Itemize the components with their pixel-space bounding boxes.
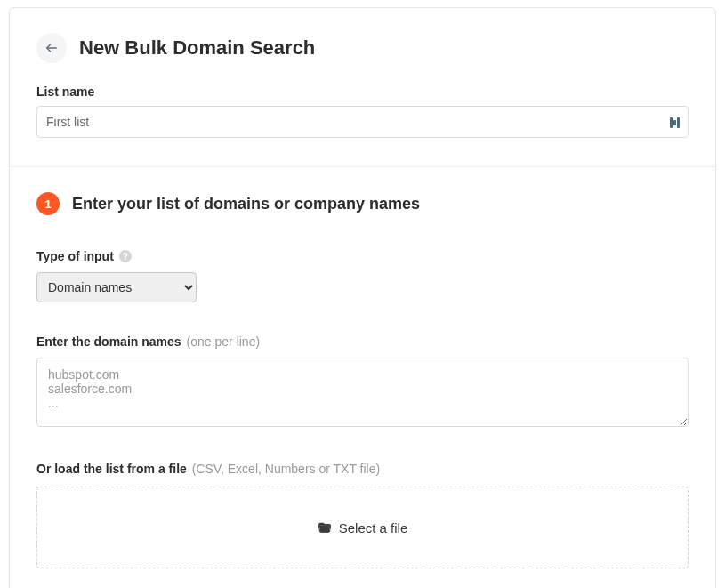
domains-label: Enter the domain names <box>36 334 181 349</box>
header-row: New Bulk Domain Search <box>36 33 689 63</box>
type-label: Type of input <box>36 249 114 263</box>
file-label: Or load the list from a file <box>36 462 187 476</box>
type-label-row: Type of input ? <box>36 249 132 263</box>
list-name-block: List name <box>36 85 689 138</box>
password-manager-icon[interactable] <box>670 116 680 128</box>
type-select[interactable]: Domain names <box>36 272 197 302</box>
page-title: New Bulk Domain Search <box>79 36 315 60</box>
main-card: New Bulk Domain Search List name 1 Enter… <box>9 7 716 588</box>
folder-open-icon <box>318 520 332 535</box>
type-block: Type of input ? Domain names <box>36 249 689 302</box>
step-section: 1 Enter your list of domains or company … <box>10 167 715 588</box>
list-name-label: List name <box>36 85 689 99</box>
list-name-input-wrap <box>36 106 689 138</box>
list-name-input[interactable] <box>36 106 689 138</box>
header-section: New Bulk Domain Search List name <box>10 8 715 166</box>
step-title: Enter your list of domains or company na… <box>72 195 420 213</box>
file-button-label: Select a file <box>339 520 408 536</box>
step-badge: 1 <box>36 192 60 215</box>
file-hint: (CSV, Excel, Numbers or TXT file) <box>192 462 380 476</box>
domains-textarea[interactable] <box>36 358 689 427</box>
step-header: 1 Enter your list of domains or company … <box>36 192 689 215</box>
domains-block: Enter the domain names (one per line) <box>36 334 689 430</box>
file-label-row: Or load the list from a file (CSV, Excel… <box>36 462 380 476</box>
domains-hint: (one per line) <box>187 334 261 349</box>
type-select-wrap: Domain names <box>36 272 689 302</box>
back-button[interactable] <box>36 33 67 63</box>
file-dropzone[interactable]: Select a file <box>36 487 689 568</box>
arrow-left-icon <box>44 41 59 55</box>
help-icon[interactable]: ? <box>119 250 132 262</box>
file-block: Or load the list from a file (CSV, Excel… <box>36 462 689 568</box>
domains-label-row: Enter the domain names (one per line) <box>36 334 260 349</box>
